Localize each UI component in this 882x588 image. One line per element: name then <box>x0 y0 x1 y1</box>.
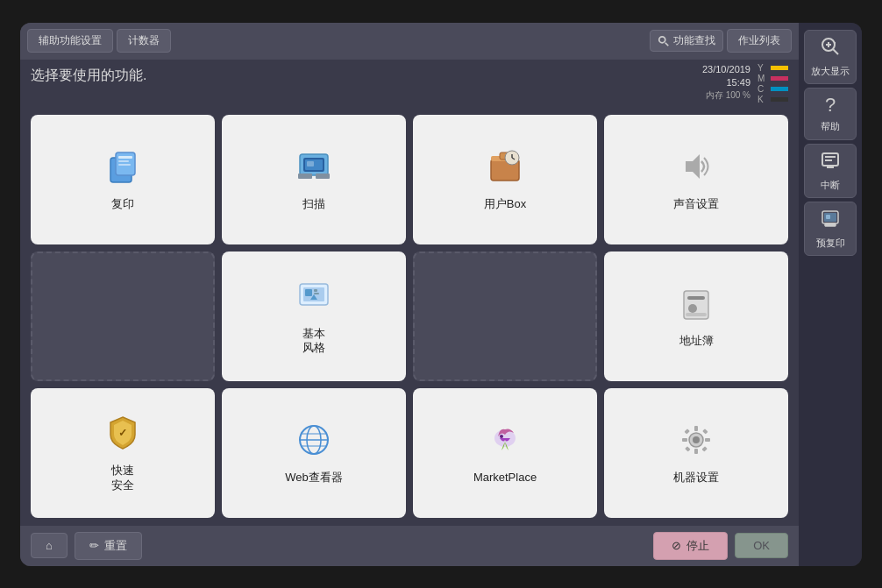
svg-rect-23 <box>314 289 317 292</box>
stop-icon: ⊘ <box>672 539 681 552</box>
function-grid: 复印 扫描 <box>20 108 799 526</box>
main-screen: 辅助功能设置 计数器 功能查找 作业列表 选择要使用的功能. 23/10/201… <box>20 23 799 566</box>
svg-rect-46 <box>685 447 690 452</box>
grid-cell-style[interactable]: 基本 风格 <box>222 251 406 381</box>
top-bar: 辅助功能设置 计数器 功能查找 作业列表 <box>20 23 799 60</box>
stop-button[interactable]: ⊘ 停止 <box>653 532 728 560</box>
svg-rect-44 <box>684 429 689 435</box>
svg-rect-40 <box>694 426 698 431</box>
grid-cell-empty1 <box>31 251 215 381</box>
scan-label: 扫描 <box>302 197 325 212</box>
ok-button[interactable]: OK <box>735 533 788 558</box>
svg-marker-19 <box>686 154 700 179</box>
svg-rect-29 <box>686 313 707 316</box>
grid-cell-empty2 <box>413 251 597 381</box>
svg-rect-45 <box>702 429 708 435</box>
pencil-icon: ✏ <box>89 539 99 552</box>
userbox-icon <box>486 147 524 194</box>
preview-icon <box>820 208 841 233</box>
grid-cell-address[interactable]: 地址簿 <box>604 251 788 381</box>
address-label: 地址簿 <box>679 334 714 349</box>
help-button[interactable]: ? 帮助 <box>804 88 857 140</box>
ok-label: OK <box>753 539 770 552</box>
grid-cell-web[interactable]: Web查看器 <box>222 388 406 518</box>
worklist-btn[interactable]: 作业列表 <box>727 29 792 53</box>
bottom-bar: ⌂ ✏ 重置 ⊘ 停止 OK <box>20 526 799 566</box>
sound-label: 声音设置 <box>673 197 719 212</box>
svg-rect-9 <box>298 174 312 179</box>
svg-point-0 <box>659 36 665 42</box>
svg-rect-12 <box>307 161 314 166</box>
marketplace-icon <box>486 421 524 467</box>
search-area[interactable]: 功能查找 <box>650 30 723 52</box>
security-label: 快速 安全 <box>111 464 134 493</box>
svg-rect-6 <box>118 164 131 166</box>
svg-rect-61 <box>826 215 830 219</box>
svg-rect-10 <box>316 174 330 179</box>
ink-c: C <box>758 84 788 94</box>
counter-btn[interactable]: 计数器 <box>117 29 171 53</box>
interrupt-label: 中断 <box>821 179 840 192</box>
machsettings-label: 机器设置 <box>673 471 719 485</box>
help-label: 帮助 <box>821 120 840 133</box>
status-bar: 选择要使用的功能. 23/10/2019 15:49 内存 100 % Y M <box>20 60 799 108</box>
ink-y: Y <box>758 63 788 73</box>
svg-line-1 <box>665 42 669 46</box>
svg-rect-43 <box>705 438 710 442</box>
svg-rect-41 <box>694 449 698 454</box>
stop-label: 停止 <box>686 538 709 554</box>
interrupt-button[interactable]: 中断 <box>804 144 857 198</box>
date-display: 23/10/2019 <box>702 63 750 76</box>
reset-button[interactable]: ✏ 重置 <box>75 532 142 560</box>
ink-k: K <box>758 95 788 104</box>
web-label: Web查看器 <box>285 471 343 485</box>
search-label: 功能查找 <box>673 33 715 48</box>
device-frame: 辅助功能设置 计数器 功能查找 作业列表 选择要使用的功能. 23/10/201… <box>20 23 862 566</box>
security-icon: ✓ <box>103 414 142 460</box>
address-icon <box>677 284 715 330</box>
interrupt-icon <box>820 150 841 175</box>
zoom-icon <box>820 36 841 61</box>
grid-cell-userbox[interactable]: 用户Box <box>413 115 597 244</box>
search-icon <box>658 35 670 47</box>
scan-icon <box>295 147 333 194</box>
memory-display: 内存 100 % <box>702 89 750 102</box>
home-icon: ⌂ <box>46 539 53 552</box>
reset-label: 重置 <box>104 538 127 554</box>
sound-icon <box>677 147 715 194</box>
grid-cell-copy[interactable]: 复印 <box>31 115 215 244</box>
zoom-button[interactable]: 放大显示 <box>804 30 857 84</box>
datetime: 23/10/2019 15:49 内存 100 % <box>702 63 750 103</box>
style-label: 基本 风格 <box>302 327 325 357</box>
copy-label: 复印 <box>111 197 134 212</box>
preview-button[interactable]: 预复印 <box>804 202 857 256</box>
accessibility-btn[interactable]: 辅助功能设置 <box>27 29 113 53</box>
svg-rect-24 <box>314 293 319 294</box>
time-display: 15:49 <box>702 76 750 89</box>
svg-rect-47 <box>701 447 707 452</box>
grid-cell-security[interactable]: ✓ 快速 安全 <box>31 388 215 518</box>
svg-line-49 <box>833 49 838 54</box>
userbox-label: 用户Box <box>484 197 526 212</box>
preview-label: 预复印 <box>816 237 845 250</box>
copy-icon <box>103 147 142 194</box>
home-button[interactable]: ⌂ <box>31 533 68 558</box>
grid-cell-sound[interactable]: 声音设置 <box>604 115 788 244</box>
svg-rect-42 <box>682 438 687 442</box>
svg-point-37 <box>500 435 503 438</box>
grid-cell-machsettings[interactable]: 机器设置 <box>604 388 788 518</box>
page-title: 选择要使用的功能. <box>31 63 146 85</box>
grid-cell-scan[interactable]: 扫描 <box>222 115 406 244</box>
svg-rect-4 <box>118 156 132 159</box>
ink-m: M <box>758 74 788 83</box>
marketplace-label: MarketPlace <box>473 471 537 485</box>
ink-levels: Y M C K <box>758 63 788 104</box>
svg-rect-22 <box>305 289 312 296</box>
svg-rect-5 <box>118 160 129 162</box>
svg-point-28 <box>688 304 697 313</box>
status-right: 23/10/2019 15:49 内存 100 % Y M C <box>702 63 788 104</box>
grid-cell-marketplace[interactable]: MarketPlace <box>413 388 597 518</box>
right-sidebar: 放大显示 ? 帮助 中断 <box>799 23 862 566</box>
svg-text:✓: ✓ <box>118 427 127 439</box>
svg-point-39 <box>693 436 700 443</box>
